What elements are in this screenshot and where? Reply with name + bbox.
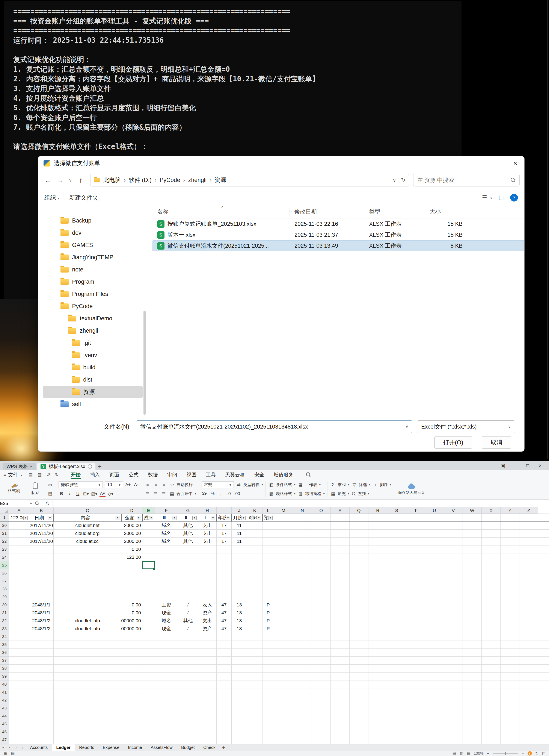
cell-Q44[interactable] [349, 712, 368, 720]
cell-E34[interactable] [142, 633, 155, 641]
cell-E42[interactable] [142, 696, 155, 704]
cell-H36[interactable] [198, 649, 217, 657]
cell-U33[interactable] [425, 625, 444, 633]
sidebar-item-Backup[interactable]: Backup [38, 215, 145, 227]
cell-L31[interactable]: P [263, 609, 274, 617]
cell-J23[interactable] [232, 545, 247, 553]
cell-H29[interactable] [198, 593, 217, 601]
cell-I28[interactable] [217, 585, 232, 593]
increase-font-icon[interactable]: A+ [125, 482, 131, 488]
cell-D39[interactable] [121, 673, 142, 680]
print-icon[interactable]: ▥ [38, 472, 42, 477]
sidebar-item-GAMES[interactable]: GAMES [38, 239, 145, 251]
cell-J35[interactable] [232, 641, 247, 649]
cell-E47[interactable] [142, 736, 155, 744]
cell-C30[interactable] [54, 601, 121, 609]
cell-A37[interactable] [9, 657, 29, 665]
cell-A42[interactable] [9, 696, 29, 704]
cell-B28[interactable] [29, 585, 54, 593]
cell-M30[interactable] [274, 601, 293, 609]
cell-Q24[interactable] [349, 553, 368, 561]
cell-B40[interactable] [29, 680, 54, 688]
cell-V39[interactable] [444, 673, 463, 680]
row-header-36[interactable]: 36 [0, 649, 9, 657]
cell-G38[interactable] [178, 665, 198, 673]
cell-D35[interactable] [121, 641, 142, 649]
cell-E37[interactable] [142, 657, 155, 665]
cell-W47[interactable] [463, 736, 482, 744]
row-header-27[interactable]: 27 [0, 577, 9, 585]
cell-Y32[interactable] [501, 617, 519, 625]
cell-F38[interactable] [155, 665, 178, 673]
ribbon-tab-数据[interactable]: 数据 [148, 470, 158, 479]
cell-A20[interactable] [9, 522, 29, 530]
cell-M22[interactable] [274, 538, 293, 545]
next-sheet-button[interactable]: › [13, 744, 19, 751]
cell-H34[interactable] [198, 633, 217, 641]
cell-Z37[interactable] [519, 657, 538, 665]
cell-H31[interactable]: 资产 [198, 609, 217, 617]
cell-C1[interactable]: 内容▾ [54, 514, 121, 522]
sidebar-item-zhengli[interactable]: zhengli [38, 325, 145, 337]
cell-O33[interactable] [312, 625, 331, 633]
row-header-38[interactable]: 38 [0, 665, 9, 673]
cell-L44[interactable] [263, 712, 274, 720]
zoom-in-icon[interactable]: + [522, 751, 524, 756]
cell-O21[interactable] [312, 530, 331, 538]
cell-O44[interactable] [312, 712, 331, 720]
cell-C21[interactable]: cloudlet.org [54, 530, 121, 538]
cell-O24[interactable] [312, 553, 331, 561]
cell-V29[interactable] [444, 593, 463, 601]
cell-S1[interactable] [387, 514, 406, 522]
row-header-32[interactable]: 32 [0, 617, 9, 625]
cell-S20[interactable] [387, 522, 406, 530]
cell-H25[interactable] [198, 561, 217, 569]
cell-T20[interactable] [406, 522, 425, 530]
cell-N31[interactable] [293, 609, 312, 617]
cell-P31[interactable] [331, 609, 349, 617]
cell-M24[interactable] [274, 553, 293, 561]
cell-V20[interactable] [444, 522, 463, 530]
cell-J20[interactable]: 11 [232, 522, 247, 530]
cell-R47[interactable] [368, 736, 387, 744]
cell-J34[interactable] [232, 633, 247, 641]
filename-dropdown-icon[interactable]: ∨ [405, 424, 408, 429]
cell-H46[interactable] [198, 728, 217, 736]
cell-T42[interactable] [406, 696, 425, 704]
cell-B1[interactable]: 日期▾ [29, 514, 54, 522]
cell-D32[interactable]: 100000.00 [121, 617, 142, 625]
format-painter-button[interactable]: 格式刷 [4, 485, 24, 494]
cell-G43[interactable] [178, 704, 198, 712]
cell-J21[interactable]: 11 [232, 530, 247, 538]
cell-H35[interactable] [198, 641, 217, 649]
cell-N33[interactable] [293, 625, 312, 633]
cell-N27[interactable] [293, 577, 312, 585]
cell-K23[interactable] [247, 545, 263, 553]
cell-P41[interactable] [331, 688, 349, 696]
cell-D40[interactable] [121, 680, 142, 688]
cell-S22[interactable] [387, 538, 406, 545]
cell-S23[interactable] [387, 545, 406, 553]
cell-V26[interactable] [444, 569, 463, 577]
cell-T37[interactable] [406, 657, 425, 665]
cell-X33[interactable] [482, 625, 501, 633]
cell-L47[interactable] [263, 736, 274, 744]
cell-U26[interactable] [425, 569, 444, 577]
cell-K28[interactable] [247, 585, 263, 593]
cell-E23[interactable] [142, 545, 155, 553]
wps-app-button[interactable]: WPS 表格▾ [3, 463, 36, 470]
cell-S46[interactable] [387, 728, 406, 736]
cell-U32[interactable] [425, 617, 444, 625]
cell-P34[interactable] [331, 633, 349, 641]
cell-V25[interactable] [444, 561, 463, 569]
cell-G22[interactable]: 其他 [178, 538, 198, 545]
cell-Z33[interactable] [519, 625, 538, 633]
find-button[interactable]: 查找▾ [351, 491, 369, 497]
cell-Y43[interactable] [501, 704, 519, 712]
cell-S28[interactable] [387, 585, 406, 593]
cell-Z47[interactable] [519, 736, 538, 744]
cell-C42[interactable] [54, 696, 121, 704]
cell-M45[interactable] [274, 720, 293, 728]
cell-Y31[interactable] [501, 609, 519, 617]
cell-P40[interactable] [331, 680, 349, 688]
